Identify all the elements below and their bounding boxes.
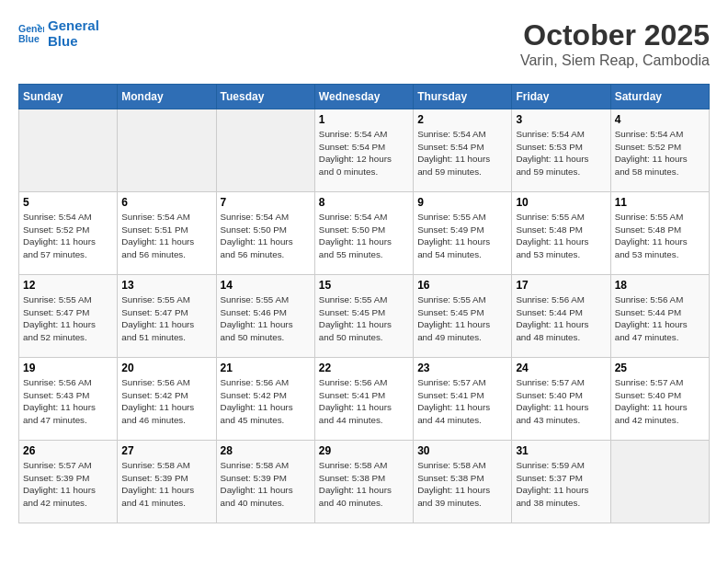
day-info: Sunrise: 5:57 AM Sunset: 5:40 PM Dayligh… bbox=[615, 376, 705, 427]
calendar-cell: 24Sunrise: 5:57 AM Sunset: 5:40 PM Dayli… bbox=[512, 358, 610, 441]
calendar-cell: 14Sunrise: 5:55 AM Sunset: 5:46 PM Dayli… bbox=[216, 275, 314, 358]
day-info: Sunrise: 5:54 AM Sunset: 5:51 PM Dayligh… bbox=[121, 211, 211, 261]
day-info: Sunrise: 5:56 AM Sunset: 5:42 PM Dayligh… bbox=[121, 376, 211, 427]
calendar-cell: 13Sunrise: 5:55 AM Sunset: 5:47 PM Dayli… bbox=[118, 275, 216, 358]
calendar-cell: 17Sunrise: 5:56 AM Sunset: 5:44 PM Dayli… bbox=[512, 275, 610, 358]
day-number: 18 bbox=[615, 279, 705, 292]
calendar-cell: 6Sunrise: 5:54 AM Sunset: 5:51 PM Daylig… bbox=[118, 192, 216, 275]
day-number: 27 bbox=[121, 444, 211, 457]
weekday-header: Friday bbox=[512, 85, 610, 109]
page-header: General Blue General Blue October 2025 V… bbox=[18, 18, 710, 69]
calendar-cell: 7Sunrise: 5:54 AM Sunset: 5:50 PM Daylig… bbox=[216, 192, 314, 275]
calendar-cell: 18Sunrise: 5:56 AM Sunset: 5:44 PM Dayli… bbox=[610, 275, 709, 358]
day-number: 12 bbox=[23, 279, 113, 292]
day-info: Sunrise: 5:58 AM Sunset: 5:39 PM Dayligh… bbox=[221, 459, 311, 510]
calendar-cell bbox=[216, 109, 314, 192]
weekday-header-row: SundayMondayTuesdayWednesdayThursdayFrid… bbox=[19, 85, 710, 109]
day-info: Sunrise: 5:55 AM Sunset: 5:47 PM Dayligh… bbox=[23, 293, 113, 344]
calendar-cell: 19Sunrise: 5:56 AM Sunset: 5:43 PM Dayli… bbox=[19, 358, 118, 441]
calendar-week-row: 12Sunrise: 5:55 AM Sunset: 5:47 PM Dayli… bbox=[19, 275, 710, 358]
day-number: 14 bbox=[221, 279, 311, 292]
calendar-cell: 12Sunrise: 5:55 AM Sunset: 5:47 PM Dayli… bbox=[19, 275, 118, 358]
calendar-cell: 3Sunrise: 5:54 AM Sunset: 5:53 PM Daylig… bbox=[512, 109, 610, 192]
day-number: 20 bbox=[121, 362, 211, 374]
day-info: Sunrise: 5:56 AM Sunset: 5:44 PM Dayligh… bbox=[516, 293, 606, 344]
calendar-cell: 25Sunrise: 5:57 AM Sunset: 5:40 PM Dayli… bbox=[610, 358, 709, 441]
day-number: 23 bbox=[417, 362, 507, 374]
calendar-title: October 2025 bbox=[520, 18, 710, 52]
calendar-cell: 26Sunrise: 5:57 AM Sunset: 5:39 PM Dayli… bbox=[19, 441, 118, 523]
logo-line2: Blue bbox=[48, 34, 99, 50]
day-info: Sunrise: 5:54 AM Sunset: 5:54 PM Dayligh… bbox=[417, 128, 507, 178]
weekday-header: Saturday bbox=[610, 85, 709, 109]
day-info: Sunrise: 5:55 AM Sunset: 5:48 PM Dayligh… bbox=[516, 211, 606, 261]
calendar-cell: 30Sunrise: 5:58 AM Sunset: 5:38 PM Dayli… bbox=[414, 441, 512, 523]
day-info: Sunrise: 5:56 AM Sunset: 5:41 PM Dayligh… bbox=[319, 376, 409, 427]
day-info: Sunrise: 5:57 AM Sunset: 5:41 PM Dayligh… bbox=[417, 376, 507, 427]
day-number: 17 bbox=[516, 279, 606, 292]
day-info: Sunrise: 5:56 AM Sunset: 5:42 PM Dayligh… bbox=[221, 376, 311, 427]
day-number: 19 bbox=[23, 362, 113, 374]
calendar-cell: 31Sunrise: 5:59 AM Sunset: 5:37 PM Dayli… bbox=[512, 441, 610, 523]
calendar-cell: 16Sunrise: 5:55 AM Sunset: 5:45 PM Dayli… bbox=[414, 275, 512, 358]
day-info: Sunrise: 5:56 AM Sunset: 5:44 PM Dayligh… bbox=[615, 293, 705, 344]
day-info: Sunrise: 5:54 AM Sunset: 5:50 PM Dayligh… bbox=[319, 211, 409, 261]
day-info: Sunrise: 5:56 AM Sunset: 5:43 PM Dayligh… bbox=[23, 376, 113, 427]
day-number: 11 bbox=[615, 196, 705, 209]
day-number: 5 bbox=[23, 196, 113, 209]
calendar-cell: 29Sunrise: 5:58 AM Sunset: 5:38 PM Dayli… bbox=[314, 441, 413, 523]
day-number: 26 bbox=[23, 444, 113, 457]
calendar-cell: 9Sunrise: 5:55 AM Sunset: 5:49 PM Daylig… bbox=[414, 192, 512, 275]
day-number: 1 bbox=[319, 113, 409, 126]
calendar-week-row: 26Sunrise: 5:57 AM Sunset: 5:39 PM Dayli… bbox=[19, 441, 710, 523]
day-info: Sunrise: 5:55 AM Sunset: 5:49 PM Dayligh… bbox=[417, 211, 507, 261]
calendar-subtitle: Varin, Siem Reap, Cambodia bbox=[520, 52, 710, 69]
day-number: 25 bbox=[615, 362, 705, 374]
calendar-cell: 28Sunrise: 5:58 AM Sunset: 5:39 PM Dayli… bbox=[216, 441, 314, 523]
calendar-cell: 10Sunrise: 5:55 AM Sunset: 5:48 PM Dayli… bbox=[512, 192, 610, 275]
day-number: 30 bbox=[417, 444, 507, 457]
calendar-cell bbox=[118, 109, 216, 192]
day-number: 8 bbox=[319, 196, 409, 209]
logo-icon: General Blue bbox=[18, 21, 44, 47]
calendar-week-row: 19Sunrise: 5:56 AM Sunset: 5:43 PM Dayli… bbox=[19, 358, 710, 441]
weekday-header: Wednesday bbox=[314, 85, 413, 109]
day-number: 2 bbox=[417, 113, 507, 126]
calendar-cell: 22Sunrise: 5:56 AM Sunset: 5:41 PM Dayli… bbox=[314, 358, 413, 441]
day-info: Sunrise: 5:54 AM Sunset: 5:53 PM Dayligh… bbox=[516, 128, 606, 178]
day-info: Sunrise: 5:55 AM Sunset: 5:47 PM Dayligh… bbox=[121, 293, 211, 344]
calendar-cell: 1Sunrise: 5:54 AM Sunset: 5:54 PM Daylig… bbox=[314, 109, 413, 192]
day-number: 21 bbox=[221, 362, 311, 374]
day-number: 16 bbox=[417, 279, 507, 292]
calendar-cell bbox=[19, 109, 118, 192]
day-info: Sunrise: 5:57 AM Sunset: 5:39 PM Dayligh… bbox=[23, 459, 113, 510]
logo: General Blue General Blue bbox=[18, 18, 99, 49]
logo-line1: General bbox=[48, 18, 99, 34]
calendar-cell: 20Sunrise: 5:56 AM Sunset: 5:42 PM Dayli… bbox=[118, 358, 216, 441]
day-number: 15 bbox=[319, 279, 409, 292]
calendar-cell bbox=[610, 441, 709, 523]
calendar-cell: 4Sunrise: 5:54 AM Sunset: 5:52 PM Daylig… bbox=[610, 109, 709, 192]
svg-text:Blue: Blue bbox=[18, 32, 40, 43]
day-info: Sunrise: 5:59 AM Sunset: 5:37 PM Dayligh… bbox=[516, 459, 606, 510]
day-info: Sunrise: 5:54 AM Sunset: 5:52 PM Dayligh… bbox=[615, 128, 705, 178]
day-number: 4 bbox=[615, 113, 705, 126]
day-info: Sunrise: 5:55 AM Sunset: 5:45 PM Dayligh… bbox=[319, 293, 409, 344]
title-block: October 2025 Varin, Siem Reap, Cambodia bbox=[520, 18, 710, 69]
day-number: 9 bbox=[417, 196, 507, 209]
weekday-header: Sunday bbox=[19, 85, 118, 109]
day-info: Sunrise: 5:58 AM Sunset: 5:39 PM Dayligh… bbox=[121, 459, 211, 510]
day-number: 10 bbox=[516, 196, 606, 209]
calendar-cell: 11Sunrise: 5:55 AM Sunset: 5:48 PM Dayli… bbox=[610, 192, 709, 275]
weekday-header: Thursday bbox=[414, 85, 512, 109]
day-info: Sunrise: 5:55 AM Sunset: 5:46 PM Dayligh… bbox=[221, 293, 311, 344]
calendar-cell: 2Sunrise: 5:54 AM Sunset: 5:54 PM Daylig… bbox=[414, 109, 512, 192]
day-number: 6 bbox=[121, 196, 211, 209]
calendar-cell: 23Sunrise: 5:57 AM Sunset: 5:41 PM Dayli… bbox=[414, 358, 512, 441]
day-number: 7 bbox=[221, 196, 311, 209]
day-info: Sunrise: 5:55 AM Sunset: 5:45 PM Dayligh… bbox=[417, 293, 507, 344]
calendar-week-row: 1Sunrise: 5:54 AM Sunset: 5:54 PM Daylig… bbox=[19, 109, 710, 192]
day-number: 22 bbox=[319, 362, 409, 374]
day-info: Sunrise: 5:58 AM Sunset: 5:38 PM Dayligh… bbox=[319, 459, 409, 510]
day-info: Sunrise: 5:58 AM Sunset: 5:38 PM Dayligh… bbox=[417, 459, 507, 510]
